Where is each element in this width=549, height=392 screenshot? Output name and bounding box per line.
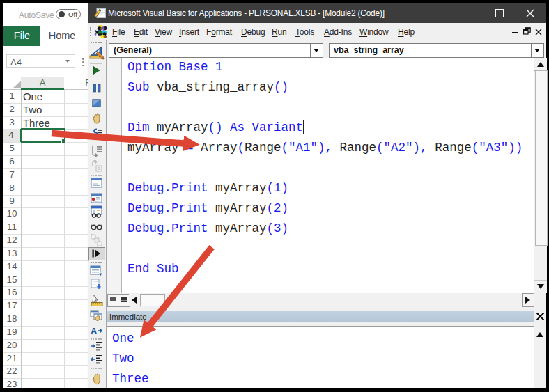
svg-text:A: A [91,326,98,336]
